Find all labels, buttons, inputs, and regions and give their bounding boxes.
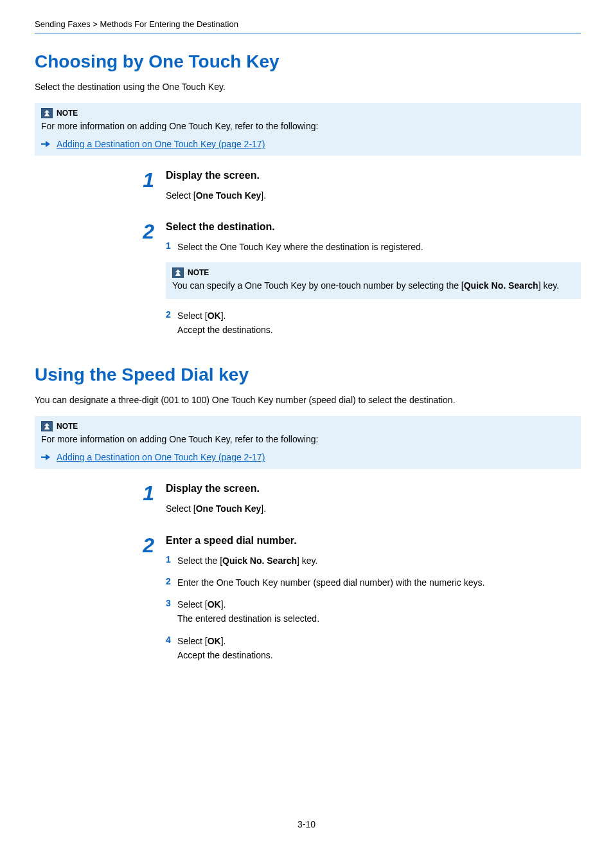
txt: ]. — [261, 503, 266, 514]
sub-num-3: 3 — [166, 598, 177, 608]
note-text-s2: For more information on adding One Touch… — [41, 433, 574, 446]
txt: Select [ — [177, 636, 208, 646]
breadcrumb-section: Sending Faxes — [35, 19, 91, 29]
note-box-s2: NOTE For more information on adding One … — [35, 416, 581, 469]
sub-item: 2 Enter the One Touch Key number (speed … — [166, 576, 581, 589]
sub-text: Select [OK]. — [177, 309, 581, 322]
link-row-s1: Adding a Destination on One Touch Key (p… — [41, 139, 574, 149]
sub-text-secondary: Accept the destinations. — [177, 649, 581, 662]
sub-num-4: 4 — [166, 635, 177, 645]
sub-item: 3 Select [OK]. The entered destination i… — [166, 598, 581, 626]
step-title-enter-speed-dial: Enter a speed dial number. — [166, 535, 581, 547]
sub-text: Select the One Touch Key where the desti… — [177, 240, 581, 253]
step-text: Select [One Touch Key]. — [166, 189, 581, 202]
step-block-s2-2: 2 Enter a speed dial number. 1 Select th… — [140, 535, 581, 671]
note-box-s1: NOTE For more information on adding One … — [35, 103, 581, 156]
inner-note-s1: NOTE You can specify a One Touch Key by … — [166, 262, 581, 298]
breadcrumb-sep: > — [93, 19, 98, 29]
txt-bold: Quick No. Search — [222, 556, 297, 566]
txt: ]. — [221, 636, 226, 646]
sub-item: 2 Select [OK]. Accept the destinations. — [166, 309, 581, 337]
sub-list: 1 Select the [Quick No. Search] key. 2 E… — [166, 554, 581, 662]
sub-item: 1 Select the One Touch Key where the des… — [166, 240, 581, 253]
note-text-s1: For more information on adding One Touch… — [41, 120, 574, 132]
note-label: NOTE — [188, 268, 209, 277]
step-block-s1-1: 1 Display the screen. Select [One Touch … — [140, 170, 581, 210]
step-block-s1-2: 2 Select the destination. 1 Select the O… — [140, 221, 581, 345]
sub-num-1: 1 — [166, 554, 177, 565]
sub-text: Enter the One Touch Key number (speed di… — [177, 576, 581, 589]
txt-bold: One Touch Key — [196, 190, 262, 201]
txt-bold: OK — [208, 636, 221, 646]
arrow-right-icon — [41, 140, 50, 148]
step-block-s2-1: 1 Display the screen. Select [One Touch … — [140, 483, 581, 523]
sub-num-1: 1 — [166, 240, 177, 251]
note-label: NOTE — [57, 422, 78, 431]
breadcrumb-page: Methods For Entering the Destination — [100, 19, 238, 29]
step-number-1: 1 — [143, 168, 154, 192]
txt: Select [ — [166, 190, 196, 201]
note-icon — [41, 421, 53, 431]
step-text: Select [One Touch Key]. — [166, 502, 581, 515]
arrow-right-icon — [41, 453, 50, 461]
sub-num-2: 2 — [166, 309, 177, 320]
sub-text-secondary: The entered destination is selected. — [177, 612, 581, 625]
note-icon — [172, 267, 184, 278]
page-number: 3-10 — [0, 819, 613, 829]
sub-text: Select [OK]. — [177, 635, 581, 647]
heading-choosing-one-touch-key: Choosing by One Touch Key — [35, 51, 581, 72]
step-title-display-screen: Display the screen. — [166, 483, 581, 494]
txt-bold: OK — [208, 599, 221, 610]
note-header: NOTE — [172, 267, 574, 278]
step-title-select-destination: Select the destination. — [166, 221, 581, 233]
link-adding-destination-s2[interactable]: Adding a Destination on One Touch Key (p… — [57, 452, 265, 462]
txt: You can specify a One Touch Key by one-t… — [172, 280, 464, 291]
sub-text: Select the [Quick No. Search] key. — [177, 554, 581, 567]
txt: Select the [ — [177, 556, 222, 566]
note-header: NOTE — [41, 108, 574, 118]
step-number-1: 1 — [143, 482, 154, 505]
txt: ]. — [261, 190, 266, 201]
note-header: NOTE — [41, 421, 574, 431]
sub-text-secondary: Accept the destinations. — [177, 323, 581, 336]
link-adding-destination-s1[interactable]: Adding a Destination on One Touch Key (p… — [57, 139, 265, 149]
txt: ]. — [221, 599, 226, 610]
txt: Select [ — [166, 503, 196, 514]
step-number-2: 2 — [143, 534, 154, 557]
inner-note-text: You can specify a One Touch Key by one-t… — [172, 279, 574, 292]
txt-bold: OK — [208, 311, 221, 321]
breadcrumb: Sending Faxes > Methods For Entering the… — [35, 19, 581, 29]
txt: ] key. — [538, 280, 559, 291]
txt: Select [ — [177, 599, 208, 610]
txt-bold: Quick No. Search — [464, 280, 538, 291]
sub-item: 4 Select [OK]. Accept the destinations. — [166, 635, 581, 662]
intro-text-s1: Select the destination using the One Tou… — [35, 81, 581, 94]
step-number-2: 2 — [143, 220, 154, 243]
link-row-s2: Adding a Destination on One Touch Key (p… — [41, 452, 574, 462]
step-title-display-screen: Display the screen. — [166, 170, 581, 181]
intro-text-s2: You can designate a three-digit (001 to … — [35, 394, 581, 407]
heading-using-speed-dial-key: Using the Speed Dial key — [35, 365, 581, 385]
txt: ] key. — [297, 556, 317, 566]
header-divider — [35, 33, 581, 33]
txt: Select [ — [177, 311, 208, 321]
sub-num-2: 2 — [166, 576, 177, 586]
note-label: NOTE — [57, 109, 78, 118]
sub-item: 1 Select the [Quick No. Search] key. — [166, 554, 581, 567]
txt-bold: One Touch Key — [196, 503, 262, 514]
sub-text: Select [OK]. — [177, 598, 581, 611]
sub-list: 1 Select the One Touch Key where the des… — [166, 240, 581, 253]
note-icon — [41, 108, 53, 118]
sub-list: 2 Select [OK]. Accept the destinations. — [166, 309, 581, 337]
txt: ]. — [221, 311, 226, 321]
